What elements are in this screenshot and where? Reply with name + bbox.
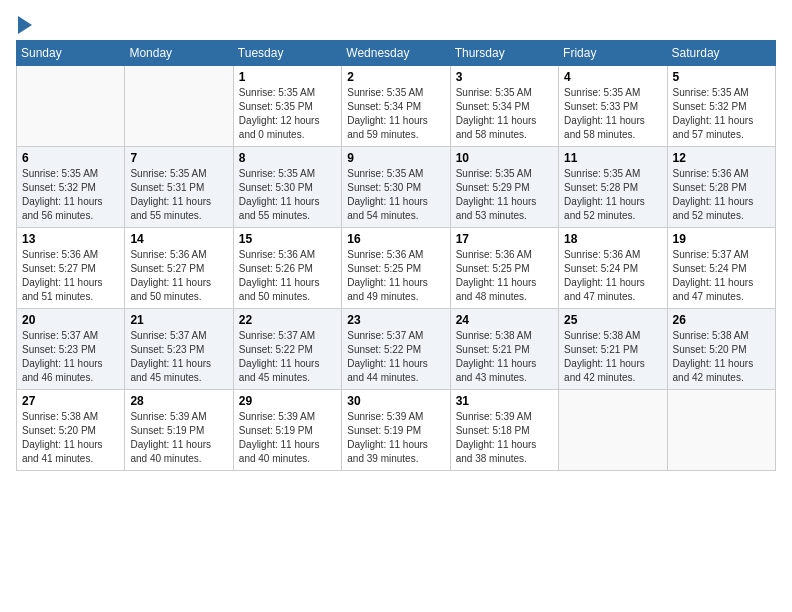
calendar-week-row: 20Sunrise: 5:37 AMSunset: 5:23 PMDayligh…: [17, 309, 776, 390]
calendar-cell: 11Sunrise: 5:35 AMSunset: 5:28 PMDayligh…: [559, 147, 667, 228]
calendar-cell: 17Sunrise: 5:36 AMSunset: 5:25 PMDayligh…: [450, 228, 558, 309]
calendar-cell: 10Sunrise: 5:35 AMSunset: 5:29 PMDayligh…: [450, 147, 558, 228]
day-number: 13: [22, 232, 119, 246]
day-number: 9: [347, 151, 444, 165]
day-number: 24: [456, 313, 553, 327]
calendar-week-row: 1Sunrise: 5:35 AMSunset: 5:35 PMDaylight…: [17, 66, 776, 147]
calendar-day-header: Thursday: [450, 41, 558, 66]
day-number: 19: [673, 232, 770, 246]
day-info: Sunrise: 5:37 AMSunset: 5:22 PMDaylight:…: [347, 329, 444, 385]
day-info: Sunrise: 5:35 AMSunset: 5:29 PMDaylight:…: [456, 167, 553, 223]
day-info: Sunrise: 5:37 AMSunset: 5:23 PMDaylight:…: [130, 329, 227, 385]
day-number: 25: [564, 313, 661, 327]
calendar-cell: 21Sunrise: 5:37 AMSunset: 5:23 PMDayligh…: [125, 309, 233, 390]
calendar-cell: 16Sunrise: 5:36 AMSunset: 5:25 PMDayligh…: [342, 228, 450, 309]
day-info: Sunrise: 5:36 AMSunset: 5:26 PMDaylight:…: [239, 248, 336, 304]
calendar-cell: 22Sunrise: 5:37 AMSunset: 5:22 PMDayligh…: [233, 309, 341, 390]
calendar-cell: 6Sunrise: 5:35 AMSunset: 5:32 PMDaylight…: [17, 147, 125, 228]
day-info: Sunrise: 5:39 AMSunset: 5:18 PMDaylight:…: [456, 410, 553, 466]
day-number: 5: [673, 70, 770, 84]
day-number: 31: [456, 394, 553, 408]
calendar-table: SundayMondayTuesdayWednesdayThursdayFrid…: [16, 40, 776, 471]
logo-chevron-icon: [18, 16, 32, 34]
day-info: Sunrise: 5:35 AMSunset: 5:34 PMDaylight:…: [456, 86, 553, 142]
calendar-cell: 28Sunrise: 5:39 AMSunset: 5:19 PMDayligh…: [125, 390, 233, 471]
day-info: Sunrise: 5:37 AMSunset: 5:23 PMDaylight:…: [22, 329, 119, 385]
day-number: 17: [456, 232, 553, 246]
day-number: 6: [22, 151, 119, 165]
calendar-cell: 14Sunrise: 5:36 AMSunset: 5:27 PMDayligh…: [125, 228, 233, 309]
day-info: Sunrise: 5:38 AMSunset: 5:20 PMDaylight:…: [22, 410, 119, 466]
calendar-cell: 23Sunrise: 5:37 AMSunset: 5:22 PMDayligh…: [342, 309, 450, 390]
day-number: 29: [239, 394, 336, 408]
calendar-week-row: 6Sunrise: 5:35 AMSunset: 5:32 PMDaylight…: [17, 147, 776, 228]
calendar-cell: 4Sunrise: 5:35 AMSunset: 5:33 PMDaylight…: [559, 66, 667, 147]
logo-line1: [16, 16, 32, 36]
day-info: Sunrise: 5:35 AMSunset: 5:32 PMDaylight:…: [673, 86, 770, 142]
calendar-week-row: 13Sunrise: 5:36 AMSunset: 5:27 PMDayligh…: [17, 228, 776, 309]
calendar-cell: 1Sunrise: 5:35 AMSunset: 5:35 PMDaylight…: [233, 66, 341, 147]
day-info: Sunrise: 5:38 AMSunset: 5:21 PMDaylight:…: [564, 329, 661, 385]
calendar-cell: [125, 66, 233, 147]
day-info: Sunrise: 5:35 AMSunset: 5:30 PMDaylight:…: [239, 167, 336, 223]
calendar-cell: 26Sunrise: 5:38 AMSunset: 5:20 PMDayligh…: [667, 309, 775, 390]
calendar-cell: 18Sunrise: 5:36 AMSunset: 5:24 PMDayligh…: [559, 228, 667, 309]
day-number: 14: [130, 232, 227, 246]
day-number: 22: [239, 313, 336, 327]
calendar-cell: 25Sunrise: 5:38 AMSunset: 5:21 PMDayligh…: [559, 309, 667, 390]
calendar-cell: 30Sunrise: 5:39 AMSunset: 5:19 PMDayligh…: [342, 390, 450, 471]
day-info: Sunrise: 5:36 AMSunset: 5:25 PMDaylight:…: [347, 248, 444, 304]
day-number: 15: [239, 232, 336, 246]
calendar-cell: 2Sunrise: 5:35 AMSunset: 5:34 PMDaylight…: [342, 66, 450, 147]
day-number: 23: [347, 313, 444, 327]
day-info: Sunrise: 5:35 AMSunset: 5:35 PMDaylight:…: [239, 86, 336, 142]
day-number: 21: [130, 313, 227, 327]
day-number: 20: [22, 313, 119, 327]
day-number: 27: [22, 394, 119, 408]
calendar-cell: 15Sunrise: 5:36 AMSunset: 5:26 PMDayligh…: [233, 228, 341, 309]
calendar-cell: [667, 390, 775, 471]
calendar-cell: 9Sunrise: 5:35 AMSunset: 5:30 PMDaylight…: [342, 147, 450, 228]
calendar-cell: [559, 390, 667, 471]
calendar-cell: 27Sunrise: 5:38 AMSunset: 5:20 PMDayligh…: [17, 390, 125, 471]
calendar-cell: 24Sunrise: 5:38 AMSunset: 5:21 PMDayligh…: [450, 309, 558, 390]
day-number: 7: [130, 151, 227, 165]
calendar-cell: 19Sunrise: 5:37 AMSunset: 5:24 PMDayligh…: [667, 228, 775, 309]
day-number: 8: [239, 151, 336, 165]
day-number: 10: [456, 151, 553, 165]
day-info: Sunrise: 5:36 AMSunset: 5:25 PMDaylight:…: [456, 248, 553, 304]
page-header: [16, 16, 776, 36]
calendar-week-row: 27Sunrise: 5:38 AMSunset: 5:20 PMDayligh…: [17, 390, 776, 471]
day-number: 2: [347, 70, 444, 84]
day-info: Sunrise: 5:36 AMSunset: 5:28 PMDaylight:…: [673, 167, 770, 223]
day-info: Sunrise: 5:36 AMSunset: 5:27 PMDaylight:…: [22, 248, 119, 304]
day-info: Sunrise: 5:35 AMSunset: 5:28 PMDaylight:…: [564, 167, 661, 223]
day-info: Sunrise: 5:38 AMSunset: 5:20 PMDaylight:…: [673, 329, 770, 385]
day-info: Sunrise: 5:36 AMSunset: 5:24 PMDaylight:…: [564, 248, 661, 304]
calendar-day-header: Saturday: [667, 41, 775, 66]
day-number: 16: [347, 232, 444, 246]
calendar-cell: 13Sunrise: 5:36 AMSunset: 5:27 PMDayligh…: [17, 228, 125, 309]
day-info: Sunrise: 5:37 AMSunset: 5:22 PMDaylight:…: [239, 329, 336, 385]
calendar-cell: 5Sunrise: 5:35 AMSunset: 5:32 PMDaylight…: [667, 66, 775, 147]
day-number: 1: [239, 70, 336, 84]
calendar-day-header: Wednesday: [342, 41, 450, 66]
day-number: 12: [673, 151, 770, 165]
day-info: Sunrise: 5:35 AMSunset: 5:31 PMDaylight:…: [130, 167, 227, 223]
calendar-cell: 31Sunrise: 5:39 AMSunset: 5:18 PMDayligh…: [450, 390, 558, 471]
day-info: Sunrise: 5:39 AMSunset: 5:19 PMDaylight:…: [347, 410, 444, 466]
calendar-cell: 12Sunrise: 5:36 AMSunset: 5:28 PMDayligh…: [667, 147, 775, 228]
calendar-cell: 20Sunrise: 5:37 AMSunset: 5:23 PMDayligh…: [17, 309, 125, 390]
calendar-cell: 8Sunrise: 5:35 AMSunset: 5:30 PMDaylight…: [233, 147, 341, 228]
day-info: Sunrise: 5:35 AMSunset: 5:30 PMDaylight:…: [347, 167, 444, 223]
day-info: Sunrise: 5:35 AMSunset: 5:34 PMDaylight:…: [347, 86, 444, 142]
day-info: Sunrise: 5:38 AMSunset: 5:21 PMDaylight:…: [456, 329, 553, 385]
calendar-day-header: Friday: [559, 41, 667, 66]
calendar-header-row: SundayMondayTuesdayWednesdayThursdayFrid…: [17, 41, 776, 66]
calendar-day-header: Tuesday: [233, 41, 341, 66]
day-info: Sunrise: 5:39 AMSunset: 5:19 PMDaylight:…: [239, 410, 336, 466]
logo: [16, 16, 32, 36]
day-info: Sunrise: 5:39 AMSunset: 5:19 PMDaylight:…: [130, 410, 227, 466]
day-number: 18: [564, 232, 661, 246]
day-info: Sunrise: 5:35 AMSunset: 5:32 PMDaylight:…: [22, 167, 119, 223]
